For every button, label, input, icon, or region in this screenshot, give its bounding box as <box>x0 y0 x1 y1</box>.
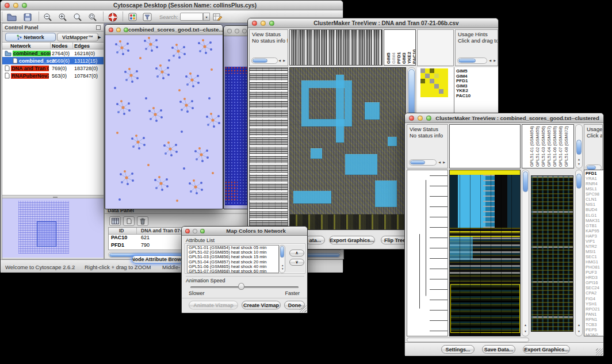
tv2-save-data-button[interactable]: Save Data... <box>482 345 515 354</box>
delete-attribute-trash-icon[interactable] <box>137 216 148 226</box>
tv1-status-hscrollbar[interactable] <box>251 58 278 64</box>
row-label[interactable]: GPI16 <box>586 280 603 285</box>
tv2-selected-cluster-heatmap[interactable] <box>531 175 573 332</box>
network-row-combined-scores[interactable]: combined_scores 2764(0) 16218(0) <box>2 49 104 57</box>
tab-overflow-button[interactable]: ▶ <box>97 33 102 41</box>
tv1-save-data-button[interactable]: ata... <box>305 236 325 244</box>
scroll-left-icon[interactable]: ◀ <box>489 59 491 62</box>
tv2-cluster-vscrollbar[interactable]: ▲ ▼ <box>575 170 583 336</box>
scroll-left-icon[interactable]: ◀ <box>278 59 281 62</box>
tv1-correlation-matrix[interactable] <box>420 68 448 97</box>
col-header-network[interactable]: Network <box>10 43 31 49</box>
row-label[interactable]: MAK31 <box>586 218 603 223</box>
vizmapper-palette-icon[interactable] <box>127 12 137 22</box>
close-icon[interactable] <box>185 229 190 233</box>
minimize-icon[interactable] <box>261 21 266 26</box>
tv2-column-dendrogram-area[interactable] <box>449 124 521 168</box>
close-icon[interactable] <box>5 3 10 8</box>
row-label[interactable]: PEP5 <box>586 327 603 332</box>
row-label[interactable]: PHO81 <box>586 265 603 270</box>
attribute-list[interactable]: GPL51-01 (GSM854) heat shock 05 minGPL51… <box>187 245 279 273</box>
row-label[interactable]: PAC10 <box>456 94 498 99</box>
row-label[interactable]: GTB1 <box>586 223 603 228</box>
close-icon[interactable] <box>409 116 414 121</box>
row-label[interactable]: RPO21 <box>586 306 603 312</box>
move-down-button[interactable]: ∨ <box>289 259 304 266</box>
create-attribute-icon[interactable] <box>123 216 135 226</box>
resize-grip[interactable] <box>596 348 603 355</box>
node-attribute-browser-button[interactable]: Node Attribute Brows <box>132 255 183 263</box>
window-controls[interactable] <box>5 3 27 8</box>
zoom-window-icon[interactable] <box>22 3 27 8</box>
minimize-icon[interactable] <box>235 29 239 33</box>
animation-speed-slider[interactable] <box>190 286 299 288</box>
row-label[interactable]: NTR2 <box>586 244 603 249</box>
row-label[interactable]: YSH1 <box>586 301 603 306</box>
tv1-hints-hscrollbar[interactable] <box>457 58 487 64</box>
zoom-window-icon[interactable] <box>124 28 128 32</box>
main-titlebar[interactable]: Cytoscape Desktop (Session Name: collins… <box>1 1 343 10</box>
row-label[interactable]: PUF3 <box>586 270 603 275</box>
row-label[interactable]: TCB3 <box>586 322 603 327</box>
scroll-right-icon[interactable]: ▶ <box>443 161 445 164</box>
treeview2-titlebar[interactable]: ClusterMaker TreeView : combined_scores_… <box>405 113 603 123</box>
row-label[interactable]: HRD3 <box>586 275 603 280</box>
zoom-fit-icon[interactable] <box>72 12 83 22</box>
row-label[interactable]: HAP3 <box>586 233 603 239</box>
search-dropdown-button[interactable]: ▾ <box>203 13 210 21</box>
zoom-selected-icon[interactable] <box>87 12 98 22</box>
tv2-heatmap-vscrollbar[interactable]: ▲ ▼ <box>522 170 529 336</box>
tv1-row-dendrogram[interactable] <box>249 67 288 230</box>
tv1-heatmap[interactable] <box>289 67 406 230</box>
tv2-status-hscrollbar[interactable] <box>409 159 437 166</box>
create-vizmap-button[interactable]: Create Vizmap <box>242 301 281 309</box>
scroll-up-icon[interactable]: ▲ <box>577 158 580 161</box>
attribute-list-vscrollbar[interactable]: ▲ ▼ <box>279 245 285 273</box>
row-label[interactable]: SEC24 <box>586 285 603 290</box>
scroll-up-icon[interactable]: ▲ <box>281 265 284 267</box>
data-col-id[interactable]: ID <box>119 228 124 233</box>
scroll-left-icon[interactable]: ◀ <box>438 161 441 164</box>
row-label[interactable]: VIP1 <box>586 239 603 244</box>
float-panel-icon[interactable] <box>96 25 101 30</box>
resize-grip[interactable] <box>300 305 307 312</box>
scroll-down-icon[interactable]: ▼ <box>524 330 527 333</box>
attribute-editor-icon[interactable] <box>212 12 223 22</box>
tv2-heatmap[interactable] <box>449 170 521 336</box>
dialog-titlebar[interactable]: Map Colors to Network <box>182 227 307 236</box>
tv2-settings-button[interactable]: Settings... <box>441 345 475 354</box>
zoom-in-icon[interactable] <box>58 12 68 22</box>
zoom-out-icon[interactable] <box>43 12 53 22</box>
scroll-down-icon[interactable]: ▼ <box>577 330 580 333</box>
close-icon[interactable] <box>109 28 113 32</box>
attribute-list-item[interactable]: GPL51-07 (GSM868) heat shock 60 min <box>188 269 278 273</box>
row-label[interactable]: CLN1 <box>586 197 603 202</box>
open-session-icon[interactable] <box>6 12 17 22</box>
network-canvas[interactable] <box>106 35 223 209</box>
row-label[interactable]: YRA1 <box>586 176 603 181</box>
row-label[interactable]: KAP95 <box>586 228 603 233</box>
network-row-dna-tran[interactable]: DNA and Tran 07 769(0) 183728(0) <box>2 64 104 72</box>
row-label[interactable]: MSL1 <box>586 186 603 191</box>
tv1-export-graphics-button[interactable]: Export Graphics... <box>329 236 375 244</box>
row-label[interactable]: HMG1 <box>586 259 603 265</box>
filter-icon[interactable] <box>142 12 152 22</box>
zoom-window-icon[interactable] <box>269 21 274 26</box>
tv2-export-graphics-button[interactable]: Export Graphics... <box>523 345 570 354</box>
tab-network[interactable]: Network <box>5 33 56 41</box>
scroll-down-icon[interactable]: ▼ <box>281 268 284 271</box>
scroll-up-icon[interactable]: ▲ <box>524 324 527 327</box>
scroll-up-icon[interactable]: ▲ <box>577 324 580 327</box>
network-row-selected[interactable]: combined_sco 2569(6) 13112(15) <box>2 57 104 64</box>
scroll-down-icon[interactable]: ▼ <box>577 163 580 166</box>
tv2-collabels-vscrollbar[interactable]: ▲ ▼ <box>575 124 583 168</box>
select-attributes-icon[interactable] <box>109 216 121 226</box>
close-icon[interactable] <box>227 29 232 33</box>
row-label[interactable]: ELG1 <box>586 213 603 218</box>
zoom-window-icon[interactable] <box>426 116 431 121</box>
zoom-window-icon[interactable] <box>200 229 205 233</box>
row-label[interactable]: SPC98 <box>586 191 603 197</box>
row-label[interactable]: RNR4 <box>586 181 603 186</box>
help-lifering-icon[interactable] <box>108 12 118 22</box>
birds-eye-selection-rect[interactable] <box>37 221 56 247</box>
